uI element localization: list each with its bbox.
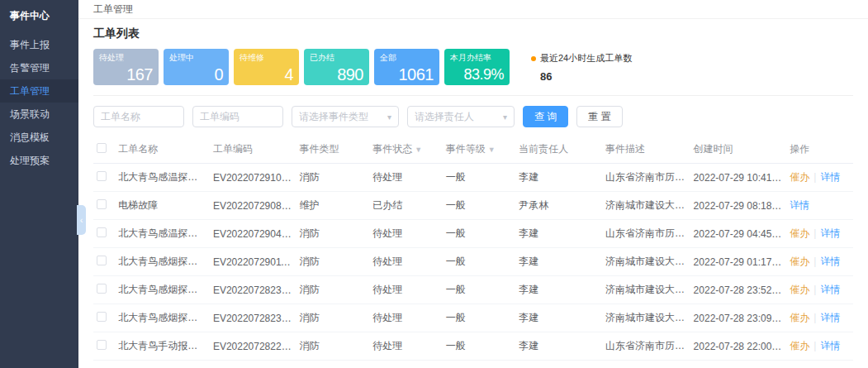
detail-link[interactable]: 详情 bbox=[790, 199, 809, 211]
row-checkbox-cell bbox=[93, 164, 115, 192]
cell-order-code: EV20220729044522068 bbox=[210, 220, 296, 248]
cell-event-type: 消防 bbox=[296, 276, 370, 304]
owner-select[interactable]: 请选择责任人 ▾ bbox=[407, 106, 515, 127]
cell-owner: 李建 bbox=[515, 248, 602, 276]
cell-created-time: 2022-07-28 22:00:29 bbox=[690, 332, 787, 361]
detail-link[interactable]: 详情 bbox=[820, 227, 840, 239]
filter-icon[interactable]: ▼ bbox=[488, 146, 496, 154]
detail-link[interactable]: 详情 bbox=[820, 340, 840, 351]
sidebar-collapse-handle[interactable]: ‹ bbox=[77, 205, 86, 235]
action-separator: | bbox=[813, 256, 816, 267]
table-row: 北大青鸟感温探测器故障EV20220729044522068消防待处理一般李建山… bbox=[93, 220, 853, 248]
column-header-label: 当前责任人 bbox=[519, 143, 568, 155]
cell-event-level: 一般 bbox=[443, 361, 516, 368]
table-row: 北大青鸟手动报警按钮故障EV20220728220014871消防待处理一般李建… bbox=[93, 332, 853, 361]
table-row: 北大青鸟感烟探测器故障EV20220728230853750消防待处理一般李建济… bbox=[93, 304, 853, 332]
stat-card: 本月办结率83.9% bbox=[444, 49, 510, 85]
cell-owner: 李建 bbox=[515, 220, 602, 248]
breadcrumb-bar: 工单管理 bbox=[78, 0, 868, 19]
column-header-label: 事件描述 bbox=[605, 143, 645, 155]
stats-row: 待处理167处理中0待维修4已办结890全部1061本月办结率83.9% 最近2… bbox=[93, 49, 853, 85]
stat-card: 待处理167 bbox=[93, 49, 159, 85]
sidebar-item[interactable]: 告警管理 bbox=[0, 56, 78, 79]
stat-card: 已办结890 bbox=[304, 49, 369, 85]
select-all-checkbox[interactable] bbox=[97, 143, 107, 153]
column-header: 工单名称 bbox=[115, 136, 210, 164]
cell-order-name: 北大青鸟感温探测器故障 bbox=[115, 220, 210, 248]
select-all-header-cell bbox=[93, 136, 115, 164]
row-checkbox[interactable] bbox=[97, 199, 107, 209]
orange-dot-icon bbox=[531, 56, 536, 61]
table-header-row: 工单名称工单编码事件类型事件状态▼事件等级▼当前责任人事件描述创建时间操作 bbox=[93, 136, 853, 164]
row-checkbox[interactable] bbox=[97, 312, 107, 322]
row-checkbox[interactable] bbox=[97, 284, 107, 294]
cell-created-time: 2022-07-29 08:18:15 bbox=[690, 192, 787, 220]
cell-actions: 催办|详情 bbox=[786, 220, 853, 248]
cell-event-type: 消防 bbox=[296, 248, 370, 276]
cell-owner: 李建 bbox=[515, 164, 602, 192]
search-button[interactable]: 查 询 bbox=[523, 106, 568, 127]
orders-table: 工单名称工单编码事件类型事件状态▼事件等级▼当前责任人事件描述创建时间操作 北大… bbox=[93, 136, 853, 368]
recent-stat-label: 最近24小时生成工单数 bbox=[540, 52, 632, 65]
row-checkbox[interactable] bbox=[97, 256, 107, 265]
sidebar: 事件中心 事件上报告警管理工单管理场景联动消息模板处理预案 ‹ bbox=[0, 0, 78, 368]
row-checkbox[interactable] bbox=[97, 171, 107, 181]
detail-link[interactable]: 详情 bbox=[820, 284, 840, 295]
sidebar-brand: 事件中心 bbox=[0, 0, 78, 33]
urge-link[interactable]: 催办 bbox=[790, 340, 809, 351]
cell-description: 济南城市建设大厦消防保... bbox=[602, 361, 690, 368]
row-checkbox[interactable] bbox=[97, 340, 107, 350]
urge-link[interactable]: 催办 bbox=[790, 256, 809, 267]
cell-order-name: 北大青鸟感烟探测器故障 bbox=[115, 248, 210, 276]
chevron-left-icon: ‹ bbox=[80, 215, 83, 225]
reset-button[interactable]: 重 置 bbox=[576, 106, 622, 127]
cell-actions: 催办|详情 bbox=[786, 248, 853, 276]
cell-event-status: 待处理 bbox=[369, 276, 443, 304]
urge-link[interactable]: 催办 bbox=[790, 171, 809, 183]
stat-card-value: 890 bbox=[310, 66, 363, 83]
cell-owner: 李建 bbox=[515, 304, 602, 332]
event-type-select-placeholder: 请选择事件类型 bbox=[299, 110, 368, 124]
table-row: 电梯故障EV20220728210903424维护已办结一般尹承林济南城市建设大… bbox=[93, 361, 853, 368]
content: 工单列表 待处理167处理中0待维修4已办结890全部1061本月办结率83.9… bbox=[78, 19, 868, 368]
sidebar-item[interactable]: 事件上报 bbox=[0, 33, 78, 56]
stat-card-label: 全部 bbox=[380, 52, 434, 64]
sidebar-item[interactable]: 工单管理 bbox=[0, 79, 78, 103]
row-checkbox-cell bbox=[93, 361, 115, 368]
action-separator: | bbox=[813, 340, 816, 351]
chevron-down-icon: ▾ bbox=[503, 112, 507, 122]
detail-link[interactable]: 详情 bbox=[820, 312, 840, 323]
sidebar-item[interactable]: 场景联动 bbox=[0, 103, 78, 126]
column-header: 事件类型 bbox=[296, 136, 370, 164]
cell-description: 济南城市建设大厦B3车... bbox=[602, 304, 690, 332]
detail-link[interactable]: 详情 bbox=[820, 256, 840, 267]
breadcrumb: 工单管理 bbox=[93, 2, 133, 17]
column-header-label: 事件状态 bbox=[372, 143, 412, 155]
urge-link[interactable]: 催办 bbox=[790, 227, 809, 239]
stat-cards: 待处理167处理中0待维修4已办结890全部1061本月办结率83.9% bbox=[93, 49, 510, 85]
sidebar-item[interactable]: 处理预案 bbox=[0, 149, 78, 172]
stat-card-value: 4 bbox=[240, 66, 293, 83]
urge-link[interactable]: 催办 bbox=[790, 312, 809, 323]
row-checkbox[interactable] bbox=[97, 227, 107, 237]
order-name-input[interactable] bbox=[93, 106, 184, 127]
detail-link[interactable]: 详情 bbox=[820, 171, 840, 183]
cell-event-type: 维护 bbox=[296, 361, 370, 368]
column-header-label: 工单编码 bbox=[213, 143, 253, 155]
cell-order-code: EV20220728210903424 bbox=[210, 361, 296, 368]
filter-icon[interactable]: ▼ bbox=[415, 146, 422, 154]
event-type-select[interactable]: 请选择事件类型 ▾ bbox=[292, 106, 399, 127]
cell-event-type: 消防 bbox=[296, 332, 370, 361]
column-header-label: 事件等级 bbox=[446, 143, 486, 155]
cell-order-name: 北大青鸟感烟探测器故障 bbox=[115, 304, 210, 332]
cell-owner: 李建 bbox=[515, 276, 602, 304]
filter-bar: 请选择事件类型 ▾ 请选择责任人 ▾ 查 询 重 置 bbox=[93, 106, 853, 127]
row-checkbox-cell bbox=[93, 192, 115, 220]
stat-card-label: 待维修 bbox=[240, 52, 293, 64]
cell-description: 山东省济南市历下区济南... bbox=[602, 220, 690, 248]
stat-card: 待维修4 bbox=[234, 49, 299, 85]
cell-actions: 催办|详情 bbox=[786, 304, 853, 332]
sidebar-item[interactable]: 消息模板 bbox=[0, 126, 78, 149]
order-code-input[interactable] bbox=[192, 106, 283, 127]
urge-link[interactable]: 催办 bbox=[790, 284, 809, 295]
